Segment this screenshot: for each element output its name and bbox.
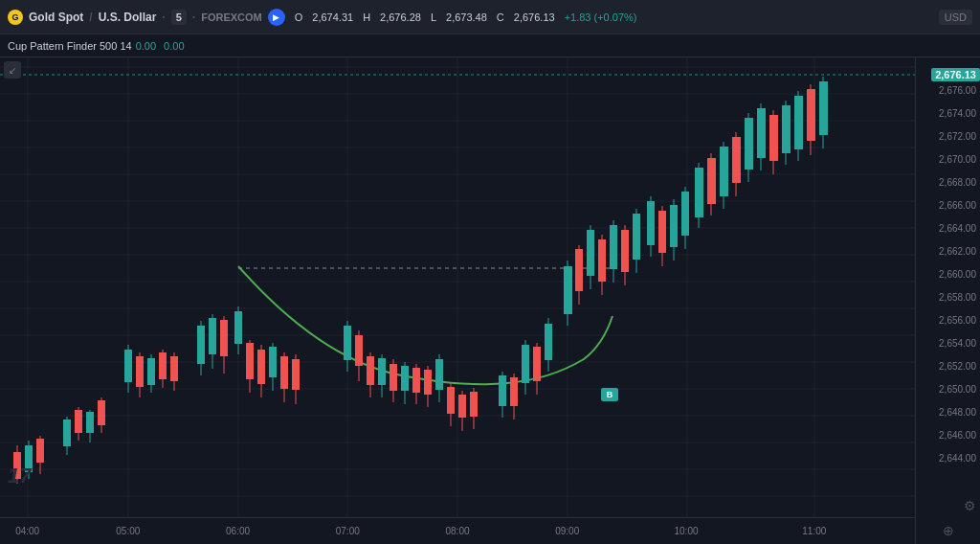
- price-label-2676: 2,676.00: [939, 84, 976, 95]
- fullscreen-icon[interactable]: ⊕: [943, 523, 954, 538]
- svg-rect-68: [280, 356, 288, 389]
- svg-text:B: B: [607, 390, 613, 399]
- svg-rect-134: [732, 137, 741, 183]
- price-label-2660: 2,660.00: [939, 268, 976, 279]
- svg-rect-36: [63, 419, 71, 446]
- ohlc-data: O2,674.31 H2,676.28 L2,673.48 C2,676.13 …: [295, 11, 637, 23]
- open-value: 2,674.31: [312, 11, 353, 23]
- bottom-row: 04:00 05:00 06:00 07:00 08:00 09:00 10:0…: [0, 517, 980, 544]
- svg-rect-70: [292, 359, 300, 390]
- svg-rect-98: [499, 375, 506, 406]
- indicator-name[interactable]: Cup Pattern Finder 500 14: [8, 40, 132, 52]
- svg-rect-38: [75, 410, 82, 433]
- svg-rect-80: [390, 364, 397, 391]
- svg-rect-106: [545, 324, 552, 360]
- svg-rect-144: [794, 96, 803, 149]
- svg-rect-62: [246, 343, 254, 379]
- price-label-2664: 2,664.00: [939, 222, 976, 233]
- symbol-name: Gold Spot: [29, 11, 83, 24]
- svg-rect-84: [412, 368, 420, 393]
- svg-rect-124: [670, 205, 678, 247]
- current-price-label: 2,676.13: [931, 68, 980, 81]
- svg-rect-64: [257, 350, 265, 384]
- time-label-0900: 09:00: [555, 526, 579, 536]
- svg-rect-76: [367, 356, 374, 385]
- symbol-info: Gold Spot / U.S. Dollar · 5 · FOREXCOM: [29, 10, 262, 25]
- price-label-2652: 2,652.00: [939, 360, 976, 371]
- top-bar: G Gold Spot / U.S. Dollar · 5 · FOREXCOM…: [0, 0, 980, 34]
- svg-rect-92: [458, 395, 466, 418]
- svg-rect-82: [401, 366, 409, 391]
- time-label-1000: 10:00: [674, 526, 698, 536]
- chart-svg: B: [0, 57, 915, 517]
- svg-rect-50: [159, 352, 167, 379]
- svg-rect-146: [807, 89, 815, 141]
- price-label-2650: 2,650.00: [939, 383, 976, 394]
- timeframe-badge[interactable]: 5: [171, 10, 187, 25]
- svg-rect-130: [707, 158, 716, 204]
- symbol-icon: G: [8, 10, 23, 25]
- price-label-2648: 2,648.00: [939, 406, 976, 417]
- price-axis: 2,676.13 2,676.00 2,674.00 2,672.00 2,67…: [915, 57, 980, 517]
- svg-rect-40: [86, 412, 94, 433]
- change-value: +1.83 (+0.07%): [565, 11, 637, 23]
- svg-rect-96: [564, 266, 572, 314]
- price-label-2674: 2,674.00: [939, 107, 976, 118]
- time-label-0500: 05:00: [116, 526, 140, 536]
- close-value: 2,676.13: [514, 11, 555, 23]
- svg-rect-126: [681, 192, 689, 236]
- indicator-bar: Cup Pattern Finder 500 14 0.00 0.00: [0, 34, 980, 57]
- svg-rect-120: [647, 201, 655, 245]
- svg-rect-88: [435, 359, 443, 390]
- data-source: FOREXCOM: [201, 11, 262, 23]
- time-label-0600: 06:00: [226, 526, 250, 536]
- settings-gear-icon[interactable]: ⚙: [964, 498, 976, 513]
- replay-icon[interactable]: ▶: [268, 9, 285, 26]
- svg-rect-102: [522, 345, 529, 383]
- high-value: 2,676.28: [380, 11, 421, 23]
- price-label-2646: 2,646.00: [939, 429, 976, 440]
- svg-rect-104: [533, 347, 541, 381]
- pair-name: U.S. Dollar: [99, 11, 157, 24]
- price-label-2644: 2,644.00: [939, 452, 976, 463]
- svg-rect-116: [621, 230, 629, 272]
- svg-rect-52: [170, 356, 178, 381]
- svg-rect-44: [124, 350, 132, 382]
- svg-rect-108: [575, 249, 583, 291]
- svg-rect-66: [269, 347, 277, 377]
- svg-rect-142: [782, 105, 791, 153]
- svg-rect-118: [633, 214, 640, 260]
- time-label-1100: 11:00: [802, 526, 826, 536]
- svg-rect-46: [136, 356, 144, 387]
- svg-rect-110: [587, 230, 594, 276]
- svg-rect-94: [470, 392, 478, 417]
- price-label-2668: 2,668.00: [939, 176, 976, 187]
- price-label-2670: 2,670.00: [939, 153, 976, 164]
- price-label-2662: 2,662.00: [939, 245, 976, 256]
- price-label-2654: 2,654.00: [939, 337, 976, 348]
- time-label-0700: 07:00: [336, 526, 360, 536]
- svg-rect-56: [209, 318, 216, 354]
- svg-rect-132: [720, 147, 728, 196]
- price-label-2656: 2,656.00: [939, 314, 976, 325]
- collapse-button[interactable]: ↙: [4, 61, 21, 79]
- svg-rect-42: [98, 400, 105, 425]
- time-axis: 04:00 05:00 06:00 07:00 08:00 09:00 10:0…: [0, 517, 915, 544]
- svg-rect-34: [36, 439, 44, 463]
- svg-rect-136: [745, 118, 753, 170]
- svg-rect-48: [147, 358, 155, 385]
- price-label-2658: 2,658.00: [939, 291, 976, 302]
- svg-rect-112: [598, 239, 606, 282]
- svg-rect-54: [197, 326, 205, 364]
- price-label-2666: 2,666.00: [939, 199, 976, 210]
- bottom-price-axis: ⊕: [915, 517, 980, 544]
- svg-rect-74: [355, 335, 363, 366]
- time-label-0400: 04:00: [15, 526, 39, 536]
- time-label-0800: 08:00: [445, 526, 469, 536]
- low-value: 2,673.48: [446, 11, 487, 23]
- svg-rect-90: [447, 387, 455, 414]
- svg-rect-128: [695, 168, 703, 217]
- svg-rect-78: [378, 358, 386, 385]
- svg-rect-60: [234, 311, 242, 344]
- svg-rect-138: [757, 108, 766, 158]
